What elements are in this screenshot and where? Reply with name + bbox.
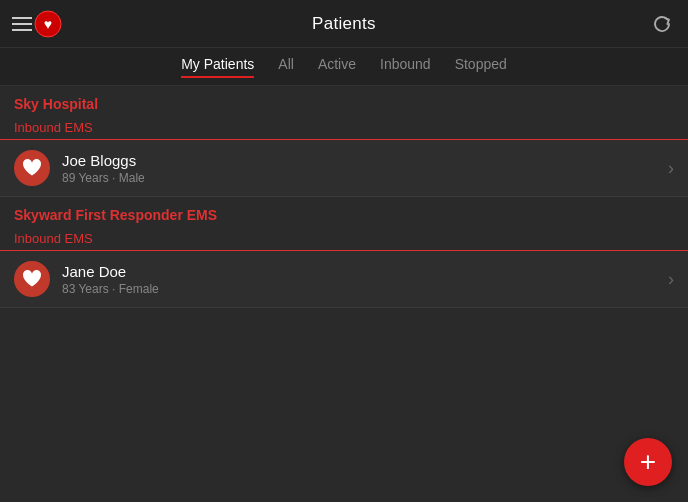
group-label-inbound-ems-1: Inbound EMS	[0, 116, 688, 140]
patient-details-jane-doe: 83 Years · Female	[62, 282, 660, 296]
menu-icon[interactable]	[12, 17, 32, 31]
refresh-button[interactable]	[650, 12, 674, 36]
avatar-joe-bloggs	[14, 150, 50, 186]
svg-text:♥: ♥	[44, 16, 52, 32]
avatar-jane-doe	[14, 261, 50, 297]
refresh-icon	[652, 14, 672, 34]
heart-icon-jane	[21, 269, 43, 289]
group-label-inbound-ems-2: Inbound EMS	[0, 227, 688, 251]
page-title: Patients	[312, 14, 376, 34]
chevron-right-joe: ›	[668, 158, 674, 179]
patient-info-joe-bloggs: Joe Bloggs 89 Years · Male	[62, 152, 660, 185]
section-sky-hospital: Sky Hospital Inbound EMS Joe Bloggs 89 Y…	[0, 86, 688, 197]
tabs-bar: My Patients All Active Inbound Stopped	[0, 48, 688, 86]
add-patient-button[interactable]: +	[624, 438, 672, 486]
tab-active[interactable]: Active	[318, 56, 356, 78]
section-skyward: Skyward First Responder EMS Inbound EMS …	[0, 197, 688, 308]
patient-row-joe-bloggs[interactable]: Joe Bloggs 89 Years · Male ›	[0, 140, 688, 197]
patient-row-jane-doe[interactable]: Jane Doe 83 Years · Female ›	[0, 251, 688, 308]
header: ♥ Patients	[0, 0, 688, 48]
heart-icon-joe	[21, 158, 43, 178]
tab-all[interactable]: All	[278, 56, 294, 78]
tab-stopped[interactable]: Stopped	[455, 56, 507, 78]
content-area: Sky Hospital Inbound EMS Joe Bloggs 89 Y…	[0, 86, 688, 500]
patient-info-jane-doe: Jane Doe 83 Years · Female	[62, 263, 660, 296]
section-title-sky-hospital: Sky Hospital	[0, 86, 688, 116]
patient-name-joe-bloggs: Joe Bloggs	[62, 152, 660, 169]
app-logo: ♥	[34, 10, 62, 38]
tab-my-patients[interactable]: My Patients	[181, 56, 254, 78]
patient-name-jane-doe: Jane Doe	[62, 263, 660, 280]
patient-details-joe-bloggs: 89 Years · Male	[62, 171, 660, 185]
section-title-skyward: Skyward First Responder EMS	[0, 197, 688, 227]
tab-inbound[interactable]: Inbound	[380, 56, 431, 78]
chevron-right-jane: ›	[668, 269, 674, 290]
